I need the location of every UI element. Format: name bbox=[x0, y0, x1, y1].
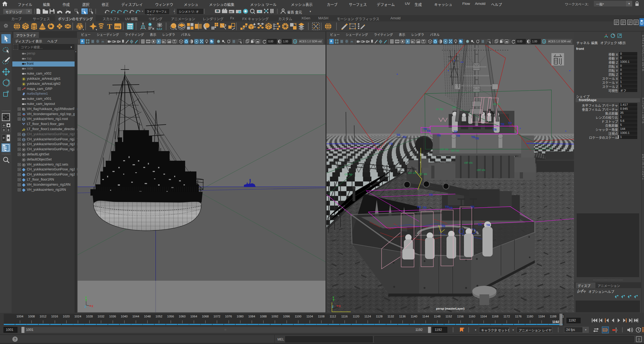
svg-text:TR: TR bbox=[437, 134, 441, 137]
svg-text:civ hp: civ hp bbox=[345, 173, 352, 176]
svg-text:TR: TR bbox=[475, 137, 479, 140]
svg-text:TR: TR bbox=[508, 122, 512, 125]
svg-text:T: T bbox=[423, 40, 424, 43]
svg-text:TR: TR bbox=[396, 133, 400, 137]
svg-text:TR: TR bbox=[486, 224, 490, 227]
svg-text:TR: TR bbox=[402, 136, 407, 139]
svg-text:ctrl vis: ctrl vis bbox=[477, 168, 485, 171]
svg-text:■■: ■■ bbox=[411, 41, 414, 43]
svg-text:TR: TR bbox=[441, 225, 445, 228]
svg-text:TR: TR bbox=[453, 130, 458, 133]
svg-text:av no: av no bbox=[493, 102, 500, 105]
svg-text:Y: Y bbox=[85, 296, 87, 299]
svg-text:■■: ■■ bbox=[162, 41, 165, 43]
svg-text:ctrl: ctrl bbox=[452, 106, 456, 109]
svg-text:TR: TR bbox=[500, 123, 504, 126]
svg-text:Z: Z bbox=[85, 305, 86, 308]
svg-text:TR: TR bbox=[449, 206, 453, 210]
svg-text:TR: TR bbox=[478, 223, 482, 226]
svg-text:TR: TR bbox=[417, 206, 421, 209]
svg-text:x: x bbox=[252, 12, 253, 14]
svg-text:TR: TR bbox=[429, 193, 433, 196]
svg-text:0,0,0: 0,0,0 bbox=[157, 28, 162, 30]
svg-text:TR: TR bbox=[423, 206, 427, 209]
svg-text:TR: TR bbox=[456, 134, 460, 137]
svg-text:Y: Y bbox=[332, 296, 334, 299]
svg-text:ctrl vis: ctrl vis bbox=[451, 149, 459, 152]
svg-text:ctrl vis: ctrl vis bbox=[408, 171, 416, 174]
svg-text:TR: TR bbox=[389, 142, 393, 145]
svg-text:IPR: IPR bbox=[229, 11, 233, 13]
svg-text:TR: TR bbox=[493, 128, 497, 131]
svg-text:TR: TR bbox=[427, 129, 431, 133]
svg-text:ctrl vis: ctrl vis bbox=[440, 148, 449, 151]
svg-text:ctrl vis: ctrl vis bbox=[464, 161, 473, 164]
svg-text:ON: ON bbox=[543, 41, 546, 43]
svg-text:T: T bbox=[174, 40, 175, 43]
svg-text:av hp: av hp bbox=[436, 107, 443, 111]
svg-text:TR: TR bbox=[470, 205, 474, 208]
svg-text:T: T bbox=[107, 22, 112, 30]
svg-text:TR: TR bbox=[471, 136, 475, 139]
svg-text:ON: ON bbox=[294, 41, 297, 43]
svg-text:ctrl vis: ctrl vis bbox=[419, 172, 427, 175]
svg-text:X: X bbox=[92, 305, 93, 308]
svg-text:svg: svg bbox=[115, 25, 120, 28]
svg-text:TR: TR bbox=[445, 205, 449, 208]
